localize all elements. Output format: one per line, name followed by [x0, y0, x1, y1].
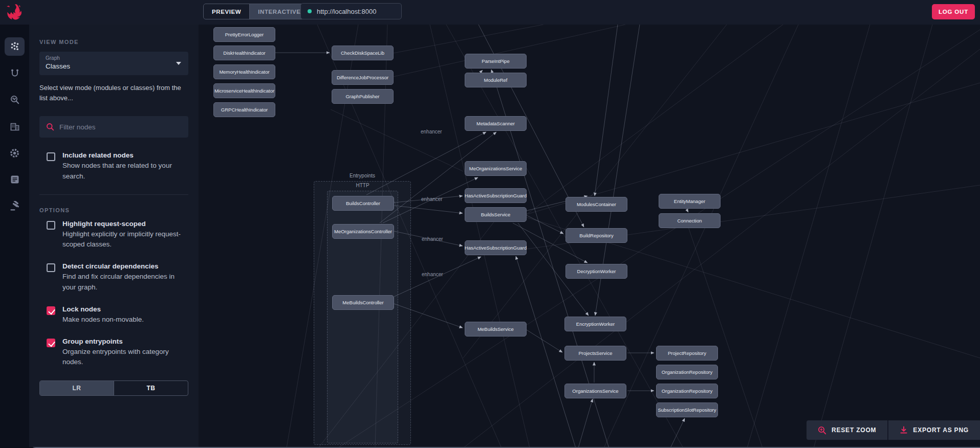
- checkbox-box[interactable]: [47, 339, 55, 347]
- settings-gear-icon: [9, 148, 20, 159]
- icon-rail: [0, 25, 29, 448]
- graph-node[interactable]: MetadataScanner: [465, 116, 527, 131]
- rail-item-cluster-graph[interactable]: [5, 37, 25, 56]
- checkbox-box[interactable]: [47, 152, 55, 161]
- checkbox-description: Find and fix circular dependencies in yo…: [62, 272, 184, 293]
- rail-item-search-insights[interactable]: [5, 91, 25, 109]
- graph-layer[interactable]: EntrypointsHTTPPrettyErrorLoggerDiskHeal…: [199, 25, 980, 447]
- select-value: Classes: [46, 62, 182, 70]
- checkbox-description: Show nodes that are related to your sear…: [62, 161, 184, 182]
- graph-node[interactable]: ProjectsService: [564, 346, 626, 361]
- logout-button[interactable]: LOG OUT: [932, 4, 975, 19]
- checkbox-description: Highlight explicitly or implicitly reque…: [62, 229, 184, 250]
- edge-label: enhancer: [422, 272, 443, 277]
- chevron-down-icon: [176, 62, 181, 65]
- reset-zoom-label: RESET ZOOM: [832, 427, 876, 434]
- checkbox-title: Highlight request-scoped: [62, 220, 184, 228]
- graph-node[interactable]: OrganizationsService: [564, 384, 626, 398]
- checkbox-detect-circular[interactable]: Detect circular dependencies Find and fi…: [39, 262, 188, 293]
- graph-node[interactable]: EncryptionWorker: [564, 317, 626, 331]
- graph-node[interactable]: MemoryHealthIndicator: [213, 64, 275, 79]
- graph-node[interactable]: BuildRepository: [565, 228, 627, 243]
- checkbox-highlight-request-scoped[interactable]: Highlight request-scoped Highlight expli…: [39, 220, 188, 250]
- graph-node[interactable]: DiskHealthIndicator: [213, 46, 275, 60]
- graph-node[interactable]: BuildsController: [332, 196, 394, 211]
- reset-zoom-button[interactable]: RESET ZOOM: [807, 420, 887, 440]
- graph-node[interactable]: Connection: [659, 213, 721, 228]
- preview-tab[interactable]: PREVIEW: [204, 4, 249, 19]
- group-label: Entrypoints: [350, 173, 375, 178]
- status-dot-icon: [308, 9, 312, 13]
- checkbox-title: Include related nodes: [62, 151, 184, 159]
- graph-node[interactable]: ModuleRef: [465, 73, 527, 87]
- url-field[interactable]: http://localhost:8000: [300, 3, 402, 19]
- checkbox-description: Organize entrypoints with category nodes…: [62, 347, 184, 368]
- graph-node[interactable]: HasActiveSubscriptionGuard: [465, 240, 527, 255]
- graph-canvas[interactable]: EntrypointsHTTPPrettyErrorLoggerDiskHeal…: [199, 25, 980, 447]
- graph-node[interactable]: BuildsService: [465, 207, 527, 222]
- zoom-controls: RESET ZOOM EXPORT AS PNG: [807, 420, 980, 440]
- graph-node[interactable]: GRPCHealthIndicator: [213, 102, 275, 117]
- graph-node[interactable]: MicroserviceHealthIndicator: [213, 83, 275, 98]
- graph-node[interactable]: ModulesContainer: [565, 197, 627, 212]
- checkbox-title: Group entrypoints: [62, 338, 184, 345]
- graph-node[interactable]: ProjectRepository: [656, 346, 718, 361]
- sidebar-panel: VIEW MODE Graph Classes Select view mode…: [29, 25, 199, 447]
- graph-node[interactable]: PrettyErrorLogger: [213, 27, 275, 42]
- rail-item-gavel[interactable]: [5, 197, 25, 215]
- search-icon: [46, 123, 54, 131]
- select-label: Graph: [46, 55, 182, 61]
- topbar: PREVIEW INTERACTIVE http://localhost:800…: [0, 0, 980, 25]
- gavel-icon: [10, 201, 20, 211]
- document-icon: [10, 174, 20, 185]
- nestjs-logo-icon: [5, 3, 24, 22]
- graph-node[interactable]: DecryptionWorker: [565, 264, 627, 279]
- filter-nodes-input[interactable]: [59, 123, 182, 131]
- checkbox-group-entrypoints[interactable]: Group entrypoints Organize entrypoints w…: [39, 338, 188, 368]
- group-label: HTTP: [356, 183, 369, 188]
- checkbox-title: Lock nodes: [62, 305, 184, 313]
- graph-node[interactable]: OrganizationRepository: [656, 384, 718, 398]
- graph-mode-select[interactable]: Graph Classes: [39, 52, 188, 75]
- checkbox-description: Make nodes non-movable.: [62, 315, 184, 325]
- direction-tb-button[interactable]: TB: [114, 381, 188, 395]
- graph-node[interactable]: SubscriptionSlotRepository: [656, 402, 718, 417]
- route-icon: [10, 68, 20, 78]
- rail-item-route[interactable]: [5, 64, 25, 82]
- divider: [39, 194, 188, 195]
- direction-lr-button[interactable]: LR: [40, 381, 114, 395]
- checkbox-title: Detect circular dependencies: [62, 262, 184, 270]
- graph-node[interactable]: MeBuildsService: [465, 322, 527, 337]
- graph-node[interactable]: MeOrganizationsController: [332, 224, 394, 239]
- layout-direction-toggle: LR TB: [39, 380, 188, 396]
- checkbox-include-related[interactable]: Include related nodes Show nodes that ar…: [39, 151, 188, 182]
- rail-item-organization[interactable]: [5, 117, 25, 136]
- graph-node[interactable]: MeOrganizationsService: [465, 161, 527, 176]
- options-section-label: OPTIONS: [39, 207, 188, 213]
- edge-label: enhancer: [421, 129, 442, 135]
- export-png-button[interactable]: EXPORT AS PNG: [887, 420, 980, 440]
- graph-node[interactable]: HasActiveSubscriptionGuard: [465, 188, 527, 203]
- graph-node[interactable]: MeBuildsController: [332, 295, 394, 310]
- graph-node[interactable]: CheckDiskSpaceLib: [332, 46, 394, 60]
- rail-item-settings[interactable]: [5, 144, 25, 162]
- graph-node[interactable]: GraphPublisher: [332, 89, 394, 104]
- cluster-graph-icon: [10, 41, 20, 52]
- checkbox-lock-nodes[interactable]: Lock nodes Make nodes non-movable.: [39, 305, 188, 325]
- search-insights-icon: [10, 95, 20, 105]
- graph-node[interactable]: DifferenceJobProcessor: [332, 70, 394, 85]
- graph-node[interactable]: EntityManager: [659, 194, 721, 209]
- graph-node[interactable]: OrganizationRepository: [656, 365, 718, 379]
- filter-nodes-box: [39, 116, 188, 138]
- checkbox-box[interactable]: [47, 306, 55, 315]
- checkbox-box[interactable]: [47, 263, 55, 272]
- rail-item-document[interactable]: [5, 170, 25, 189]
- graph-node[interactable]: ParseIntPipe: [465, 54, 527, 69]
- export-png-label: EXPORT AS PNG: [913, 427, 969, 434]
- view-mode-section-label: VIEW MODE: [39, 39, 188, 45]
- edge-label: enhancer: [421, 196, 443, 202]
- view-mode-helper-text: Select view mode (modules or classes) fr…: [39, 83, 188, 103]
- checkbox-box[interactable]: [47, 221, 55, 230]
- url-text: http://localhost:8000: [317, 8, 376, 15]
- zoom-in-icon: [818, 426, 826, 435]
